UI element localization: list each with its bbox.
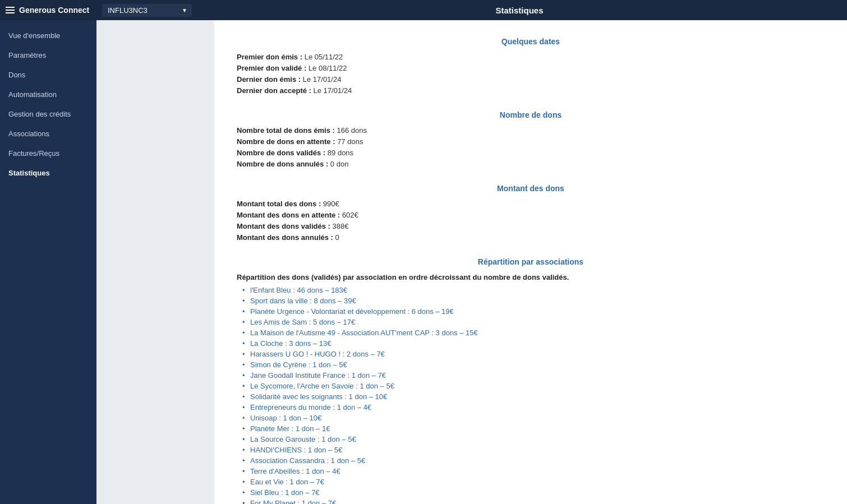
layout: Vue d'ensemble Paramètres Dons Automatis… — [0, 20, 847, 504]
dons-attente-label: Nombre de dons en attente : — [237, 137, 337, 146]
dons-valides-row: Nombre de dons validés : 89 dons — [237, 149, 825, 157]
premier-don-valide-label: Premier don validé : — [237, 64, 309, 72]
sidebar-item-dons[interactable]: Dons — [0, 65, 96, 85]
middle-panel — [96, 20, 214, 504]
dons-annules-row: Nombre de dons annulés : 0 don — [237, 160, 825, 168]
montant-dons-section: Montant des dons Montant total des dons … — [237, 184, 825, 242]
list-item: La Source Garouste : 1 don – 5€ — [242, 435, 825, 443]
montant-total-row: Montant total des dons : 990€ — [237, 200, 825, 208]
dernier-don-accepte-value: Le 17/01/24 — [314, 86, 352, 95]
sidebar-item-vue-densemble[interactable]: Vue d'ensemble — [0, 26, 96, 45]
quelques-dates-title: Quelques dates — [237, 37, 825, 46]
total-dons-emis-row: Nombre total de dons émis : 166 dons — [237, 126, 825, 135]
list-item: Unisoap : 1 don – 10€ — [242, 414, 825, 422]
dons-valides-value: 89 dons — [328, 149, 353, 157]
list-item: Le Sycomore, l'Arche en Savoie : 1 don –… — [242, 382, 825, 390]
repartition-title: Répartition par associations — [237, 257, 825, 266]
sidebar: Vue d'ensemble Paramètres Dons Automatis… — [0, 20, 96, 504]
montant-total-value: 990€ — [323, 200, 339, 208]
sidebar-item-automatisation[interactable]: Automatisation — [0, 85, 96, 104]
total-dons-emis-label: Nombre total de dons émis : — [237, 126, 337, 135]
montant-valides-row: Montant des dons validés : 388€ — [237, 222, 825, 230]
nombre-dons-section: Nombre de dons Nombre total de dons émis… — [237, 110, 825, 168]
sidebar-item-gestion-credits[interactable]: Gestion des crédits — [0, 104, 96, 124]
sidebar-item-statistiques[interactable]: Statistiques — [0, 163, 96, 183]
dons-attente-value: 77 dons — [337, 137, 363, 146]
list-item: Eau et Vie : 1 don – 7€ — [242, 478, 825, 486]
list-item: l'Enfant Bleu : 46 dons – 183€ — [242, 286, 825, 294]
dons-attente-row: Nombre de dons en attente : 77 dons — [237, 137, 825, 146]
total-dons-emis-value: 166 dons — [337, 126, 367, 135]
list-item: Les Amis de Sam : 5 dons – 17€ — [242, 318, 825, 326]
list-item: Association Cassandra : 1 don – 5€ — [242, 456, 825, 465]
premier-don-emis-label: Premier don émis : — [237, 53, 305, 61]
montant-annules-row: Montant des dons annulés : 0 — [237, 233, 825, 242]
sidebar-item-factures-recus[interactable]: Factures/Reçus — [0, 144, 96, 163]
main-content: Quelques dates Premier don émis : Le 05/… — [214, 20, 847, 504]
montant-dons-title: Montant des dons — [237, 184, 825, 193]
list-item: Sport dans la ville : 8 dons – 39€ — [242, 297, 825, 305]
dernier-don-accepte-label: Dernier don accepté : — [237, 86, 314, 95]
list-item: La Cloche : 3 dons – 13€ — [242, 339, 825, 348]
list-item: For My Planet : 1 don – 7€ — [242, 499, 825, 504]
dons-annules-label: Nombre de dons annulés : — [237, 160, 330, 168]
quelques-dates-section: Quelques dates Premier don émis : Le 05/… — [237, 37, 825, 95]
list-item: Jane Goodall Institute France : 1 don – … — [242, 371, 825, 380]
sidebar-item-associations[interactable]: Associations — [0, 124, 96, 144]
montant-total-label: Montant total des dons : — [237, 200, 323, 208]
list-item: Harassers U GO ! - HUGO ! : 2 dons – 7€ — [242, 350, 825, 358]
dernier-don-emis-value: Le 17/01/24 — [303, 75, 342, 84]
montant-attente-value: 602€ — [342, 211, 358, 219]
montant-attente-row: Montant des dons en attente : 602€ — [237, 211, 825, 219]
nombre-dons-title: Nombre de dons — [237, 110, 825, 119]
list-item: Solidarité avec les soignants : 1 don – … — [242, 392, 825, 401]
list-item: Terre d'Abeilles : 1 don – 4€ — [242, 467, 825, 475]
brand: Generous Connect — [0, 6, 96, 15]
brand-label: Generous Connect — [19, 6, 89, 15]
account-selector-wrapper: INFLU3NC3 ▼ — [102, 4, 192, 17]
montant-annules-label: Montant des dons annulés : — [237, 233, 335, 242]
list-item: Planète Urgence - Volontariat et dévelop… — [242, 307, 825, 316]
list-item: La Maison de l'Autisme 49 - Association … — [242, 329, 825, 337]
dernier-don-accepte-row: Dernier don accepté : Le 17/01/24 — [237, 86, 825, 95]
premier-don-valide-row: Premier don validé : Le 08/11/22 — [237, 64, 825, 72]
dernier-don-emis-label: Dernier don émis : — [237, 75, 303, 84]
premier-don-valide-value: Le 08/11/22 — [309, 64, 347, 72]
repartition-description: Répartition des dons (validés) par assoc… — [237, 273, 825, 281]
associations-list: l'Enfant Bleu : 46 dons – 183€Sport dans… — [237, 286, 825, 504]
list-item: Siel Bleu : 1 don – 7€ — [242, 488, 825, 497]
montant-annules-value: 0 — [335, 233, 339, 242]
dons-annules-value: 0 don — [330, 160, 349, 168]
montant-valides-value: 388€ — [332, 222, 348, 230]
topbar: Generous Connect INFLU3NC3 ▼ Statistique… — [0, 0, 847, 20]
montant-valides-label: Montant des dons validés : — [237, 222, 332, 230]
dernier-don-emis-row: Dernier don émis : Le 17/01/24 — [237, 75, 825, 84]
account-selector[interactable]: INFLU3NC3 — [102, 4, 192, 17]
dons-valides-label: Nombre de dons validés : — [237, 149, 328, 157]
sidebar-item-parametres[interactable]: Paramètres — [0, 45, 96, 65]
list-item: HANDI'CHIENS : 1 don – 5€ — [242, 446, 825, 454]
list-item: Planète Mer : 1 don – 1€ — [242, 424, 825, 433]
premier-don-emis-value: Le 05/11/22 — [305, 53, 343, 61]
premier-don-emis-row: Premier don émis : Le 05/11/22 — [237, 53, 825, 61]
hamburger-icon[interactable] — [6, 7, 15, 13]
page-title: Statistiques — [192, 6, 847, 15]
repartition-section: Répartition par associations Répartition… — [237, 257, 825, 504]
montant-attente-label: Montant des dons en attente : — [237, 211, 342, 219]
list-item: Entrepreneurs du monde : 1 don – 4€ — [242, 403, 825, 411]
list-item: Simon de Cyrène : 1 don – 5€ — [242, 360, 825, 369]
